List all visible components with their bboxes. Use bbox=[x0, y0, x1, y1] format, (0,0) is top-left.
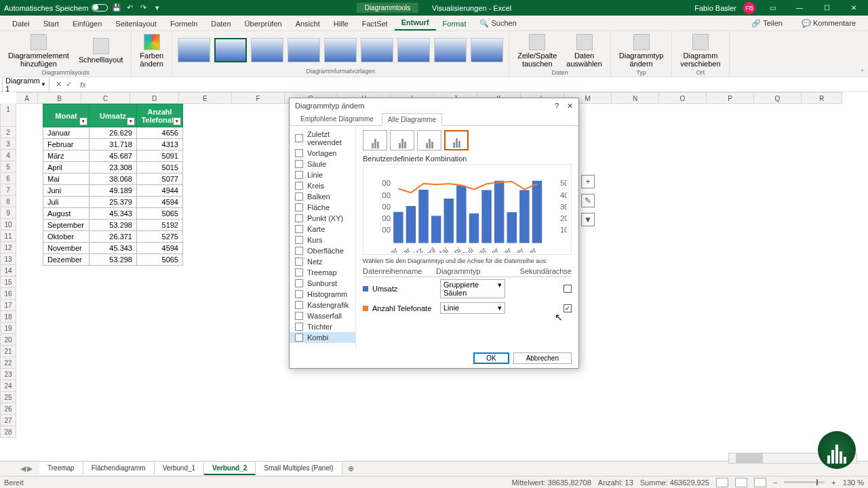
series-type-dropdown[interactable]: Linie▾ bbox=[440, 302, 505, 314]
col-header[interactable]: A bbox=[16, 92, 38, 104]
tab-seitenlayout[interactable]: Seitenlayout bbox=[108, 17, 163, 30]
combo-subtype-1[interactable] bbox=[390, 130, 414, 150]
dialog-help-icon[interactable]: ? bbox=[555, 102, 559, 110]
chart-filter-icon[interactable]: ▼ bbox=[581, 213, 595, 226]
filter-icon[interactable]: ▾ bbox=[127, 117, 135, 125]
zoom-slider[interactable] bbox=[784, 481, 825, 483]
col-header[interactable]: N bbox=[612, 92, 659, 104]
row-header[interactable]: 6 bbox=[0, 173, 16, 184]
chart-type-linie[interactable]: Linie bbox=[290, 169, 355, 180]
filter-icon[interactable]: ▾ bbox=[79, 117, 87, 125]
chart-type-sunburst[interactable]: Sunburst bbox=[290, 278, 355, 289]
fx-icon[interactable]: fx bbox=[80, 81, 86, 89]
sheet-tab[interactable]: Flächendiagramm bbox=[83, 462, 155, 475]
sheet-tab[interactable]: Small Multiples (Panel) bbox=[256, 462, 342, 475]
chart-type-punktxy[interactable]: Punkt (XY) bbox=[290, 213, 355, 224]
col-header[interactable]: E bbox=[179, 92, 232, 104]
view-normal-icon[interactable] bbox=[716, 478, 728, 487]
add-sheet-button[interactable]: ⊕ bbox=[342, 462, 359, 475]
chart-style-3[interactable] bbox=[251, 38, 283, 62]
name-box[interactable]: Diagramm 1▼ bbox=[2, 75, 50, 95]
undo-icon[interactable]: ↶ bbox=[125, 3, 135, 13]
chart-type-kurs[interactable]: Kurs bbox=[290, 235, 355, 245]
row-header[interactable]: 5 bbox=[0, 161, 16, 173]
row-header[interactable]: 15 bbox=[0, 277, 16, 288]
row-header[interactable]: 22 bbox=[0, 357, 16, 369]
row-header[interactable]: 23 bbox=[0, 369, 16, 380]
filter-icon[interactable]: ▾ bbox=[173, 117, 181, 125]
tab-start[interactable]: Start bbox=[37, 17, 66, 30]
row-header[interactable]: 24 bbox=[0, 380, 16, 392]
add-chart-element-button[interactable]: Diagrammelement hinzufügen bbox=[4, 33, 73, 69]
autosave-toggle[interactable]: Automatisches Speichern bbox=[4, 4, 108, 12]
chart-type-sule[interactable]: Säule bbox=[290, 159, 355, 169]
row-header[interactable]: 18 bbox=[0, 311, 16, 323]
row-header[interactable]: 9 bbox=[0, 207, 16, 219]
row-header[interactable]: 27 bbox=[0, 415, 16, 426]
switch-row-col-button[interactable]: Zeile/Spalte tauschen bbox=[513, 33, 561, 69]
row-header[interactable]: 7 bbox=[0, 184, 16, 196]
ribbon-options-icon[interactable]: ▭ bbox=[762, 0, 783, 16]
row-header[interactable]: 3 bbox=[0, 138, 16, 150]
row-header[interactable]: 28 bbox=[0, 426, 16, 438]
tell-me[interactable]: 🔍 Suchen bbox=[473, 16, 523, 30]
quick-layout-button[interactable]: Schnelllayout bbox=[75, 37, 127, 65]
chart-styles-icon[interactable]: ✎ bbox=[581, 194, 595, 207]
user-name[interactable]: Fabio Basler bbox=[694, 4, 736, 12]
chart-type-wasserfall[interactable]: Wasserfall bbox=[290, 310, 355, 321]
combo-subtype-3[interactable] bbox=[444, 130, 469, 150]
chart-type-balken[interactable]: Balken bbox=[290, 191, 355, 202]
col-header[interactable]: O bbox=[659, 92, 707, 104]
secondary-axis-checkbox[interactable]: ✓ bbox=[564, 304, 572, 312]
ok-button[interactable]: OK bbox=[473, 352, 509, 364]
row-header[interactable]: 2 bbox=[0, 127, 16, 138]
row-header[interactable]: 14 bbox=[0, 265, 16, 277]
tab-entwurf[interactable]: Entwurf bbox=[395, 16, 436, 30]
tab-nav-prev[interactable]: ◀ bbox=[20, 464, 26, 473]
col-header[interactable]: Q bbox=[754, 92, 802, 104]
row-header[interactable]: 20 bbox=[0, 334, 16, 346]
chart-type-karte[interactable]: Karte bbox=[290, 224, 355, 235]
chart-type-netz[interactable]: Netz bbox=[290, 256, 355, 267]
tab-nav-next[interactable]: ▶ bbox=[27, 464, 33, 473]
zoom-level[interactable]: 130 % bbox=[843, 479, 864, 487]
row-header[interactable]: 11 bbox=[0, 230, 16, 242]
chart-type-zuletztverwendet[interactable]: Zuletzt verwendet bbox=[290, 129, 355, 148]
series-type-dropdown[interactable]: Gruppierte Säulen▾ bbox=[440, 279, 505, 298]
change-chart-type-button[interactable]: Diagrammtyp ändern bbox=[615, 33, 667, 69]
chart-type-kreis[interactable]: Kreis bbox=[290, 180, 355, 191]
chart-type-kastengrafik[interactable]: Kastengrafik bbox=[290, 300, 355, 310]
redo-icon[interactable]: ↷ bbox=[139, 3, 149, 13]
col-header[interactable]: C bbox=[81, 92, 130, 104]
tab-ansicht[interactable]: Ansicht bbox=[289, 17, 327, 30]
row-header[interactable]: 13 bbox=[0, 253, 16, 265]
chart-style-7[interactable] bbox=[397, 38, 430, 62]
row-header[interactable]: 16 bbox=[0, 288, 16, 300]
row-header[interactable]: 12 bbox=[0, 242, 16, 253]
save-icon[interactable]: 💾 bbox=[112, 3, 121, 13]
row-header[interactable]: 17 bbox=[0, 300, 16, 311]
col-header[interactable]: F bbox=[232, 92, 285, 104]
chart-type-treemap[interactable]: Treemap bbox=[290, 267, 355, 278]
view-layout-icon[interactable] bbox=[735, 478, 747, 487]
share-button[interactable]: 🔗 Teilen bbox=[745, 16, 789, 30]
chart-style-5[interactable] bbox=[324, 38, 357, 62]
tab-recommended[interactable]: Empfohlene Diagramme bbox=[295, 113, 379, 125]
row-header[interactable]: 21 bbox=[0, 346, 16, 357]
chart-style-2[interactable] bbox=[214, 38, 247, 62]
collapse-ribbon-icon[interactable]: ⌃ bbox=[860, 68, 865, 75]
chart-type-flche[interactable]: Fläche bbox=[290, 202, 355, 213]
row-header[interactable]: 19 bbox=[0, 323, 16, 334]
combo-subtype-2[interactable] bbox=[417, 130, 441, 150]
col-header[interactable]: R bbox=[802, 92, 842, 104]
tab-factset[interactable]: FactSet bbox=[355, 17, 395, 30]
row-header[interactable]: 10 bbox=[0, 219, 16, 230]
row-header[interactable]: 1 bbox=[0, 104, 16, 127]
sheet-tab[interactable]: Verbund_2 bbox=[204, 462, 256, 475]
combo-subtype-0[interactable] bbox=[363, 130, 387, 150]
zoom-in-icon[interactable]: + bbox=[831, 479, 835, 487]
chart-elements-icon[interactable]: + bbox=[581, 175, 595, 188]
chart-style-1[interactable] bbox=[178, 38, 210, 62]
sheet-tab[interactable]: Verbund_1 bbox=[155, 462, 204, 475]
dialog-close-icon[interactable]: ✕ bbox=[567, 102, 573, 110]
